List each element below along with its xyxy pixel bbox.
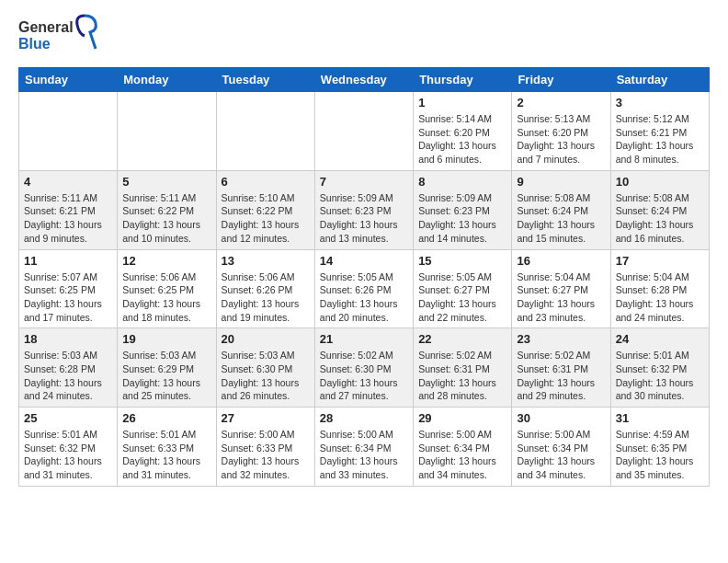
day-number: 5 [122, 175, 210, 189]
weekday-header-wednesday: Wednesday [314, 68, 413, 92]
day-number: 3 [616, 96, 704, 109]
day-cell: 16Sunrise: 5:04 AM Sunset: 6:27 PM Dayli… [512, 249, 610, 328]
weekday-header-thursday: Thursday [414, 68, 512, 92]
day-number: 6 [222, 175, 310, 189]
day-cell: 29Sunrise: 5:00 AM Sunset: 6:34 PM Dayli… [414, 408, 512, 487]
day-cell: 4Sunrise: 5:11 AM Sunset: 6:21 PM Daylig… [19, 170, 118, 249]
day-cell: 12Sunrise: 5:06 AM Sunset: 6:25 PM Dayli… [118, 249, 216, 328]
day-cell: 15Sunrise: 5:05 AM Sunset: 6:27 PM Dayli… [414, 249, 512, 328]
day-cell [118, 92, 216, 171]
day-number: 24 [616, 332, 704, 346]
weekday-header-saturday: Saturday [610, 68, 709, 92]
day-cell: 8Sunrise: 5:09 AM Sunset: 6:23 PM Daylig… [414, 170, 512, 249]
svg-text:Blue: Blue [18, 36, 51, 52]
day-number: 1 [418, 96, 506, 109]
day-number: 26 [122, 411, 210, 425]
calendar: SundayMondayTuesdayWednesdayThursdayFrid… [18, 67, 710, 487]
day-info: Sunrise: 5:02 AM Sunset: 6:30 PM Dayligh… [320, 349, 408, 403]
day-info: Sunrise: 4:59 AM Sunset: 6:35 PM Dayligh… [616, 428, 704, 482]
day-cell: 27Sunrise: 5:00 AM Sunset: 6:33 PM Dayli… [216, 408, 314, 487]
day-number: 11 [24, 254, 112, 268]
day-info: Sunrise: 5:01 AM Sunset: 6:32 PM Dayligh… [616, 349, 704, 403]
day-info: Sunrise: 5:02 AM Sunset: 6:31 PM Dayligh… [418, 349, 506, 403]
day-cell: 25Sunrise: 5:01 AM Sunset: 6:32 PM Dayli… [19, 408, 118, 487]
day-info: Sunrise: 5:02 AM Sunset: 6:31 PM Dayligh… [517, 349, 605, 403]
day-cell: 7Sunrise: 5:09 AM Sunset: 6:23 PM Daylig… [314, 170, 413, 249]
day-info: Sunrise: 5:04 AM Sunset: 6:27 PM Dayligh… [517, 270, 605, 325]
day-cell: 20Sunrise: 5:03 AM Sunset: 6:30 PM Dayli… [216, 328, 314, 408]
day-info: Sunrise: 5:00 AM Sunset: 6:34 PM Dayligh… [418, 428, 506, 482]
day-info: Sunrise: 5:08 AM Sunset: 6:24 PM Dayligh… [517, 191, 605, 246]
day-cell: 1Sunrise: 5:14 AM Sunset: 6:20 PM Daylig… [414, 92, 512, 171]
day-cell: 17Sunrise: 5:04 AM Sunset: 6:28 PM Dayli… [610, 249, 709, 328]
day-info: Sunrise: 5:11 AM Sunset: 6:22 PM Dayligh… [122, 191, 210, 246]
day-info: Sunrise: 5:04 AM Sunset: 6:28 PM Dayligh… [616, 270, 704, 325]
day-info: Sunrise: 5:06 AM Sunset: 6:26 PM Dayligh… [222, 270, 310, 325]
day-cell: 23Sunrise: 5:02 AM Sunset: 6:31 PM Dayli… [512, 328, 610, 408]
day-info: Sunrise: 5:10 AM Sunset: 6:22 PM Dayligh… [222, 191, 310, 246]
logo-text: General Blue [18, 14, 101, 56]
day-number: 16 [517, 254, 605, 268]
day-number: 15 [418, 254, 506, 268]
day-info: Sunrise: 5:13 AM Sunset: 6:20 PM Dayligh… [517, 112, 605, 167]
day-cell: 31Sunrise: 4:59 AM Sunset: 6:35 PM Dayli… [610, 408, 709, 487]
day-number: 30 [517, 411, 605, 425]
day-cell: 2Sunrise: 5:13 AM Sunset: 6:20 PM Daylig… [512, 92, 610, 171]
day-number: 18 [24, 332, 112, 346]
day-number: 19 [122, 332, 210, 346]
day-cell: 10Sunrise: 5:08 AM Sunset: 6:24 PM Dayli… [610, 170, 709, 249]
week-row-4: 18Sunrise: 5:03 AM Sunset: 6:28 PM Dayli… [19, 328, 710, 408]
day-cell: 28Sunrise: 5:00 AM Sunset: 6:34 PM Dayli… [314, 408, 413, 487]
day-info: Sunrise: 5:14 AM Sunset: 6:20 PM Dayligh… [418, 112, 506, 167]
day-cell: 21Sunrise: 5:02 AM Sunset: 6:30 PM Dayli… [314, 328, 413, 408]
day-cell: 24Sunrise: 5:01 AM Sunset: 6:32 PM Dayli… [610, 328, 709, 408]
day-number: 7 [320, 175, 408, 189]
header: General Blue [18, 14, 710, 56]
day-info: Sunrise: 5:12 AM Sunset: 6:21 PM Dayligh… [616, 112, 704, 167]
day-number: 31 [616, 411, 704, 425]
day-number: 28 [320, 411, 408, 425]
day-number: 25 [24, 411, 112, 425]
day-info: Sunrise: 5:08 AM Sunset: 6:24 PM Dayligh… [616, 191, 704, 246]
day-info: Sunrise: 5:09 AM Sunset: 6:23 PM Dayligh… [320, 191, 408, 246]
day-cell [314, 92, 413, 171]
day-cell: 18Sunrise: 5:03 AM Sunset: 6:28 PM Dayli… [19, 328, 118, 408]
day-number: 27 [222, 411, 310, 425]
day-info: Sunrise: 5:06 AM Sunset: 6:25 PM Dayligh… [122, 270, 210, 325]
day-cell: 30Sunrise: 5:00 AM Sunset: 6:34 PM Dayli… [512, 408, 610, 487]
page: General Blue SundayMondayTuesdayWednesda… [0, 0, 728, 500]
day-info: Sunrise: 5:11 AM Sunset: 6:21 PM Dayligh… [24, 191, 112, 246]
day-info: Sunrise: 5:00 AM Sunset: 6:33 PM Dayligh… [222, 428, 310, 482]
day-info: Sunrise: 5:00 AM Sunset: 6:34 PM Dayligh… [320, 428, 408, 482]
svg-text:General: General [18, 19, 74, 35]
day-number: 10 [616, 175, 704, 189]
day-cell: 26Sunrise: 5:01 AM Sunset: 6:33 PM Dayli… [118, 408, 216, 487]
week-row-2: 4Sunrise: 5:11 AM Sunset: 6:21 PM Daylig… [19, 170, 710, 249]
weekday-header-friday: Friday [512, 68, 610, 92]
weekday-header-monday: Monday [118, 68, 216, 92]
week-row-5: 25Sunrise: 5:01 AM Sunset: 6:32 PM Dayli… [19, 408, 710, 487]
day-number: 17 [616, 254, 704, 268]
day-info: Sunrise: 5:05 AM Sunset: 6:26 PM Dayligh… [320, 270, 408, 325]
day-info: Sunrise: 5:09 AM Sunset: 6:23 PM Dayligh… [418, 191, 506, 246]
day-number: 29 [418, 411, 506, 425]
day-cell: 19Sunrise: 5:03 AM Sunset: 6:29 PM Dayli… [118, 328, 216, 408]
day-number: 20 [222, 332, 310, 346]
day-cell: 6Sunrise: 5:10 AM Sunset: 6:22 PM Daylig… [216, 170, 314, 249]
day-number: 13 [222, 254, 310, 268]
day-number: 22 [418, 332, 506, 346]
day-number: 9 [517, 175, 605, 189]
day-number: 2 [517, 96, 605, 109]
day-cell: 13Sunrise: 5:06 AM Sunset: 6:26 PM Dayli… [216, 249, 314, 328]
weekday-header-sunday: Sunday [19, 68, 118, 92]
day-info: Sunrise: 5:03 AM Sunset: 6:28 PM Dayligh… [24, 349, 112, 403]
day-info: Sunrise: 5:00 AM Sunset: 6:34 PM Dayligh… [517, 428, 605, 482]
day-number: 14 [320, 254, 408, 268]
day-cell: 9Sunrise: 5:08 AM Sunset: 6:24 PM Daylig… [512, 170, 610, 249]
day-info: Sunrise: 5:01 AM Sunset: 6:33 PM Dayligh… [122, 428, 210, 482]
logo: General Blue [18, 14, 101, 56]
day-cell [19, 92, 118, 171]
day-number: 23 [517, 332, 605, 346]
day-cell: 11Sunrise: 5:07 AM Sunset: 6:25 PM Dayli… [19, 249, 118, 328]
day-info: Sunrise: 5:03 AM Sunset: 6:30 PM Dayligh… [222, 349, 310, 403]
